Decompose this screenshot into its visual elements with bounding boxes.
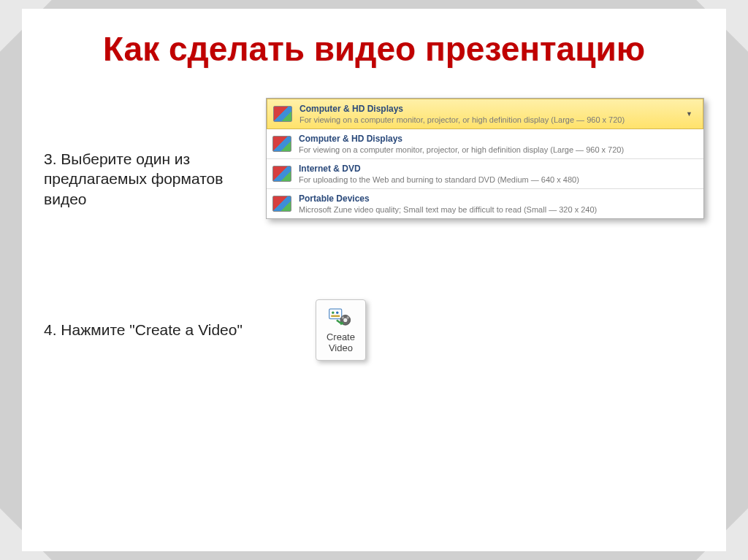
slide-title: Как сделать видео презентацию [44,29,704,69]
svg-point-6 [342,316,344,318]
display-icon [273,106,292,122]
svg-point-1 [332,312,335,314]
svg-point-2 [337,312,339,314]
dropdown-item-title: Computer & HD Displays [299,104,679,114]
video-format-dropdown[interactable]: Computer & HD Displays For viewing on a … [266,98,704,219]
dropdown-item-desc: For viewing on a computer monitor, proje… [299,145,696,154]
create-video-button[interactable]: Create Video [316,299,366,361]
dropdown-item-title: Portable Devices [299,193,696,204]
svg-rect-0 [329,309,342,319]
dropdown-selected[interactable]: Computer & HD Displays For viewing on a … [267,99,703,129]
dropdown-item-desc: Microsoft Zune video quality; Small text… [299,205,696,214]
step4-text: 4. Нажмите "Create a Video" [44,321,243,339]
dropdown-item[interactable]: Internet & DVD For uploading to the Web … [267,159,703,189]
dropdown-item-title: Computer & HD Displays [299,134,696,144]
svg-point-7 [347,316,349,318]
dropdown-item-desc: For uploading to the Web and burning to … [299,175,696,184]
dropdown-item[interactable]: Portable Devices Microsoft Zune video qu… [267,189,703,218]
step3-text: 3. Выберите один из предлагаемых формато… [44,98,247,209]
chevron-down-icon: ▼ [686,110,695,118]
create-video-label: Create Video [327,332,355,354]
dropdown-item-title: Internet & DVD [299,164,696,174]
dropdown-item-desc: For viewing on a computer monitor, proje… [299,115,679,124]
svg-rect-3 [332,315,340,318]
display-icon [272,166,291,182]
slide: Как сделать видео презентацию 3. Выберит… [22,9,726,551]
display-icon [272,196,291,212]
display-icon [272,136,291,152]
step3-row: 3. Выберите один из предлагаемых формато… [44,98,704,219]
svg-point-5 [344,318,348,322]
step4-row: 4. Нажмите "Create a Video" Create [44,299,704,361]
create-video-icon [328,307,353,328]
dropdown-item[interactable]: Computer & HD Displays For viewing on a … [267,129,703,159]
